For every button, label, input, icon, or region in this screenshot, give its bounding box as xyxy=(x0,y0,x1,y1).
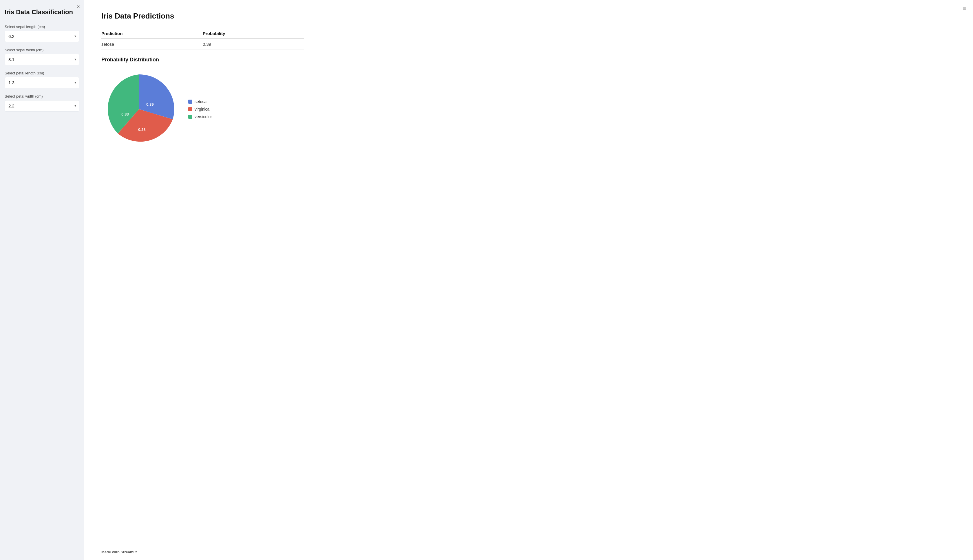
legend-label-versicolor: versicolor xyxy=(195,114,212,119)
petal-width-select[interactable]: 2.2 xyxy=(5,100,79,111)
probability-value-cell: 0.39 xyxy=(203,38,304,50)
main-content: ≡ Iris Data Predictions Prediction Proba… xyxy=(84,0,973,560)
sepal-width-select-wrapper: 3.1 ▾ xyxy=(5,54,79,65)
petal-length-group: Select petal length (cm) 1.3 ▾ xyxy=(5,71,79,88)
chart-area: 0.39 0.33 0.28 setosa virginica versicol… xyxy=(102,72,956,147)
pie-chart: 0.39 0.33 0.28 xyxy=(102,72,177,147)
legend-color-versicolor xyxy=(188,115,192,119)
table-row: setosa 0.39 xyxy=(102,38,304,50)
petal-width-select-wrapper: 2.2 ▾ xyxy=(5,100,79,112)
prediction-col-header: Prediction xyxy=(102,29,203,38)
pie-label-virginica: 0.33 xyxy=(121,112,128,117)
sepal-width-select[interactable]: 3.1 xyxy=(5,54,79,65)
sidebar: × Iris Data Classification Select sepal … xyxy=(0,0,84,560)
sepal-length-select[interactable]: 6.2 xyxy=(5,31,79,42)
legend-item-versicolor: versicolor xyxy=(188,114,212,119)
prob-dist-title: Probability Distribution xyxy=(102,57,956,63)
pie-label-versicolor: 0.28 xyxy=(138,127,145,132)
sepal-length-select-wrapper: 6.2 ▾ xyxy=(5,31,79,42)
sidebar-title: Iris Data Classification xyxy=(5,8,79,17)
page-title: Iris Data Predictions xyxy=(102,12,956,20)
pie-svg: 0.39 0.33 0.28 xyxy=(102,72,177,147)
petal-length-select[interactable]: 1.3 xyxy=(5,77,79,88)
sepal-width-group: Select sepal width (cm) 3.1 ▾ xyxy=(5,48,79,65)
petal-length-label: Select petal length (cm) xyxy=(5,71,79,75)
footer-prefix: Made with xyxy=(102,550,120,554)
legend-color-setosa xyxy=(188,100,192,104)
legend-label-setosa: setosa xyxy=(195,99,207,104)
pie-label-setosa: 0.39 xyxy=(146,102,153,107)
prediction-value-cell: setosa xyxy=(102,38,203,50)
sepal-length-group: Select sepal length (cm) 6.2 ▾ xyxy=(5,25,79,42)
footer-brand: Streamlit xyxy=(120,550,137,554)
chart-legend: setosa virginica versicolor xyxy=(188,99,212,119)
prediction-table: Prediction Probability setosa 0.39 xyxy=(102,29,304,50)
legend-item-virginica: virginica xyxy=(188,107,212,112)
close-button[interactable]: × xyxy=(77,4,80,9)
sepal-length-label: Select sepal length (cm) xyxy=(5,25,79,29)
footer: Made with Streamlit xyxy=(102,550,137,554)
petal-width-group: Select petal width (cm) 2.2 ▾ xyxy=(5,94,79,112)
legend-label-virginica: virginica xyxy=(195,107,209,112)
petal-length-select-wrapper: 1.3 ▾ xyxy=(5,77,79,88)
sepal-width-label: Select sepal width (cm) xyxy=(5,48,79,52)
legend-item-setosa: setosa xyxy=(188,99,212,104)
petal-width-label: Select petal width (cm) xyxy=(5,94,79,98)
hamburger-button[interactable]: ≡ xyxy=(963,5,966,11)
probability-col-header: Probability xyxy=(203,29,304,38)
legend-color-virginica xyxy=(188,107,192,111)
